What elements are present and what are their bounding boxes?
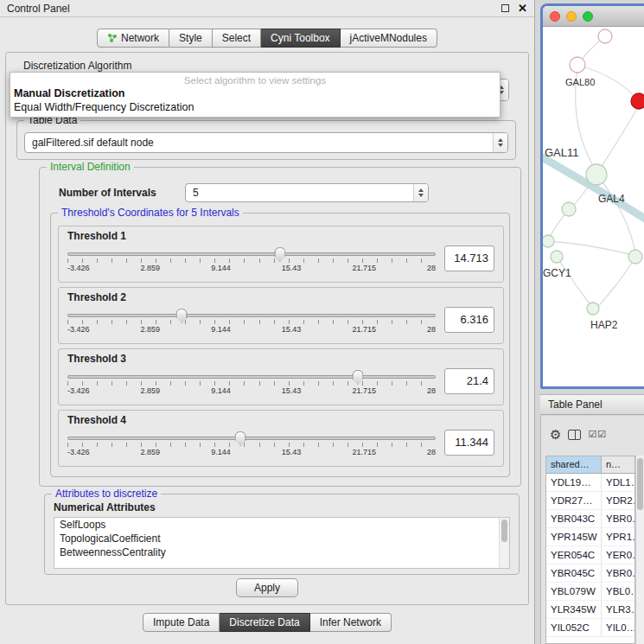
tab-label: jActiveMNodules [350, 32, 427, 44]
interval-definition-label: Interval Definition [47, 161, 134, 173]
slider-tick-labels: -3.4262.8599.14415.4321.71528 [67, 448, 436, 456]
tab-infer-network[interactable]: Infer Network [310, 613, 392, 632]
tab-label: Cyni Toolbox [271, 32, 329, 44]
zoom-traffic-light-icon[interactable] [583, 11, 593, 22]
tick-label: -3.426 [67, 386, 90, 395]
slider-ticks [67, 381, 436, 386]
tab-discretize-data[interactable]: Discretize Data [220, 613, 309, 632]
table-row[interactable]: YDR27…YDR2… [546, 492, 634, 510]
attribute-item[interactable]: SelfLoops [54, 518, 509, 532]
network-node[interactable] [551, 251, 563, 263]
threshold-value[interactable]: 6.316 [444, 307, 494, 333]
combo-stepper-icon[interactable] [493, 133, 507, 152]
tab-style[interactable]: Style [169, 29, 213, 48]
network-node[interactable] [628, 250, 642, 264]
table-row[interactable]: YER054CYER0… [546, 546, 634, 564]
column-header-shared-name[interactable]: shared… [546, 456, 602, 473]
network-node[interactable] [598, 29, 612, 43]
network-view-window: GAL80 GAL11 GAL4 GCY1 HAP2 [540, 3, 644, 389]
threshold-slider[interactable]: -3.4262.8599.14415.4321.71528 [67, 245, 436, 272]
gear-icon[interactable]: ⚙ [550, 428, 561, 441]
network-node[interactable] [543, 235, 554, 247]
tick-label: -3.426 [67, 448, 90, 456]
combo-stepper-icon[interactable] [413, 184, 428, 201]
network-canvas[interactable]: GAL80 GAL11 GAL4 GCY1 HAP2 [543, 27, 644, 386]
threshold-slider[interactable]: -3.4262.8599.14415.4321.71528 [67, 368, 436, 395]
attributes-scrollbar[interactable] [499, 518, 509, 568]
number-of-intervals-value: 5 [186, 187, 413, 199]
threshold-panel-2: Threshold 2 -3.4262.8599.14415.4321.7152… [58, 287, 504, 344]
table-cell: YIL0… [602, 619, 634, 636]
table-cell: YBR045C [546, 564, 602, 582]
tick-label: 21.715 [352, 264, 376, 272]
tab-network[interactable]: Network [97, 29, 169, 48]
tick-label: -3.426 [67, 264, 90, 272]
table-data-select[interactable]: galFiltered.sif default node [24, 132, 508, 153]
network-node[interactable] [562, 202, 576, 216]
threshold-label: Threshold 4 [67, 414, 494, 426]
scrollbar-thumb[interactable] [501, 520, 507, 542]
slider-track[interactable] [67, 437, 436, 440]
tick-label: 9.144 [211, 448, 231, 456]
tab-impute-data[interactable]: Impute Data [143, 613, 220, 632]
threshold-value[interactable]: 21.4 [444, 368, 494, 394]
table-body: YDL19…YDL1…YDR27…YDR2…YBR043CYBR0…YPR145… [546, 474, 634, 637]
tab-select[interactable]: Select [213, 29, 261, 48]
column-chooser-icon[interactable] [568, 430, 581, 440]
table-data-select-value: galFiltered.sif default node [25, 137, 493, 149]
slider-track[interactable] [67, 314, 436, 317]
number-of-intervals-select[interactable]: 5 [185, 183, 429, 202]
attributes-group-label: Attributes to discretize [52, 488, 161, 500]
threshold-value[interactable]: 11.344 [444, 430, 494, 456]
slider-tick-labels: -3.4262.8599.14415.4321.71528 [67, 386, 436, 395]
tick-label: 21.715 [352, 448, 376, 456]
minimize-traffic-light-icon[interactable] [566, 11, 577, 22]
select-columns-icon[interactable]: ☑☑ [588, 429, 607, 440]
float-window-icon[interactable] [501, 4, 509, 12]
scrollbar-thumb[interactable] [637, 458, 643, 510]
threshold-slider[interactable]: -3.4262.8599.14415.4321.71528 [67, 430, 436, 456]
tick-label: 9.144 [211, 325, 231, 334]
table-row[interactable]: YBR045CYBR0… [546, 564, 634, 583]
thresholds-group: Threshold's Coordinates for 5 Intervals … [50, 213, 510, 477]
slider-track[interactable] [67, 252, 436, 256]
table-row[interactable]: YLR345WYLR3… [546, 601, 634, 619]
tab-label: Discretize Data [229, 616, 299, 628]
number-of-intervals-label: Number of Intervals [59, 187, 156, 199]
table-panel-title: Table Panel [548, 399, 603, 411]
threshold-label: Threshold 2 [67, 291, 494, 303]
tick-label: 28 [427, 325, 436, 334]
slider-track[interactable] [67, 375, 436, 379]
table-row[interactable]: YPR145WYPR1… [546, 528, 634, 546]
numerical-attributes-list[interactable]: SelfLoopsTopologicalCoefficientBetweenne… [54, 517, 510, 569]
table-panel: ⚙ ☑☑ shared… n… YDL19…YDL1…YDR27…YDR2…YB… [540, 416, 644, 644]
network-node[interactable] [570, 57, 585, 73]
tab-label: Style [179, 32, 202, 44]
network-node[interactable] [587, 303, 599, 315]
close-icon[interactable]: ✕ [518, 3, 527, 14]
attribute-item[interactable]: BetweennessCentrality [54, 545, 509, 559]
table-row[interactable]: YDL19…YDL1… [546, 474, 634, 492]
network-node[interactable] [586, 164, 607, 185]
column-header-name[interactable]: n… [602, 456, 634, 473]
threshold-value[interactable]: 14.713 [444, 245, 494, 271]
algorithm-dropdown-menu: Select algorithm to view settings Manual… [10, 72, 501, 118]
table-row[interactable]: YIL052CYIL0… [546, 619, 634, 637]
selected-network-node[interactable] [631, 93, 644, 109]
apply-button[interactable]: Apply [236, 578, 298, 597]
dropdown-option-manual-discretization[interactable]: Manual Discretization [10, 86, 500, 99]
node-label: GAL4 [598, 193, 625, 205]
table-data-group: Table Data galFiltered.sif default node [16, 120, 516, 160]
table-cell: YIL052C [546, 619, 602, 636]
close-traffic-light-icon[interactable] [550, 11, 560, 22]
table-row[interactable]: YBL079WYBL0… [546, 583, 634, 601]
dropdown-option-equal-width[interactable]: Equal Width/Frequency Discretization [10, 99, 500, 113]
algorithm-group-label: Discretization Algorithm [20, 60, 135, 72]
table-row[interactable]: YBR043CYBR0… [546, 510, 634, 528]
table-scrollbar[interactable] [635, 456, 644, 644]
tab-jactivemnodules[interactable]: jActiveMNodules [341, 29, 437, 48]
threshold-slider[interactable]: -3.4262.8599.14415.4321.71528 [67, 307, 436, 334]
attribute-item[interactable]: TopologicalCoefficient [54, 532, 509, 545]
tab-cyni-toolbox[interactable]: Cyni Toolbox [261, 29, 340, 48]
tick-label: 28 [427, 386, 436, 395]
